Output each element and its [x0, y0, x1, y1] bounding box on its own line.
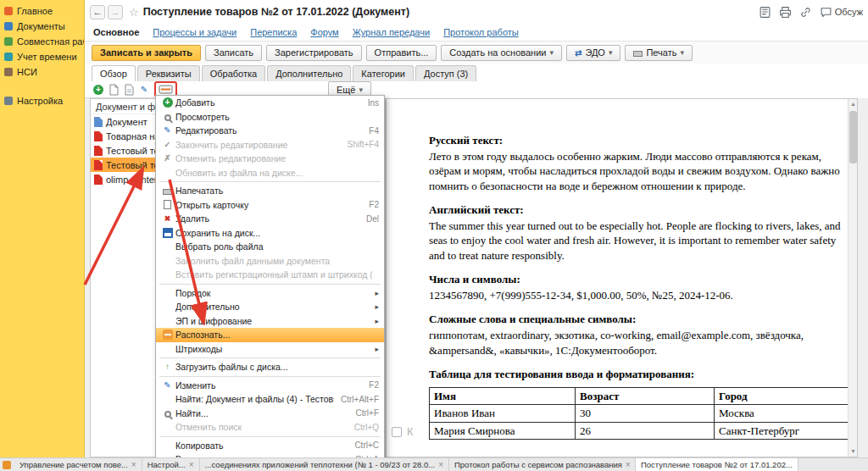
- menu-item-signature-encryption[interactable]: ЭП и шифрование: [156, 314, 384, 329]
- favorite-star-icon[interactable]: [129, 6, 139, 19]
- tab-processing[interactable]: Обработка: [202, 65, 265, 81]
- back-button[interactable]: [90, 5, 105, 19]
- close-icon[interactable]: [131, 460, 136, 469]
- menu-item-label: Заполнить файл данными документа: [175, 256, 372, 266]
- preview-heading: Числа и символы:: [429, 272, 854, 287]
- menu-item-delete[interactable]: УдалитьDel: [156, 212, 384, 226]
- create-based-on-button[interactable]: Создать на основании: [441, 45, 562, 61]
- close-icon[interactable]: [189, 460, 194, 469]
- menu-item-add[interactable]: ДобавитьIns: [156, 96, 384, 110]
- sidebar-item-time-tracking[interactable]: Учет времени: [0, 49, 84, 64]
- menu-separator: [159, 357, 381, 358]
- table-cell: Мария Смирнова: [430, 422, 576, 440]
- scrollbar-thumb[interactable]: [849, 111, 857, 163]
- menu-item-insert-stamp-barcode[interactable]: Вставить регистрационный штамп и штрихко…: [156, 268, 384, 282]
- file-item-label: Документ: [106, 117, 147, 127]
- new-file-button[interactable]: [108, 84, 119, 96]
- save-and-close-button[interactable]: Записать и закрыть: [92, 45, 201, 61]
- edo-button[interactable]: ЭДО: [566, 45, 620, 61]
- recognize-button[interactable]: [159, 84, 173, 95]
- menu-item-choose-file-role[interactable]: Выбрать роль файла: [156, 240, 384, 254]
- menu-item-cancel-editing[interactable]: Отменить редактирование: [156, 152, 384, 166]
- menu-item-print[interactable]: Напечатать: [156, 184, 384, 198]
- tab-access[interactable]: Доступ (3): [415, 65, 476, 81]
- menu-item-barcodes[interactable]: Штрихкоды: [156, 342, 384, 357]
- taskbar-tab-5-active[interactable]: Поступление товаров №2 от 17.01.202...: [636, 458, 798, 471]
- tab-overview[interactable]: Обзор: [92, 65, 136, 81]
- tab-correspondence[interactable]: Переписка: [250, 27, 297, 37]
- menu-item-edit[interactable]: РедактироватьF4: [156, 124, 384, 138]
- preview-scrollbar[interactable]: [848, 99, 857, 457]
- register-button[interactable]: Зарегистрировать: [266, 45, 362, 61]
- save-button[interactable]: Записать: [205, 45, 262, 61]
- pdf-file-icon: [94, 146, 103, 156]
- open-file-button[interactable]: [124, 84, 134, 96]
- menu-item-change[interactable]: ИзменитьF2: [156, 379, 384, 393]
- home-icon: [4, 7, 13, 15]
- menu-item-shortcut: Ctrl+C: [354, 441, 379, 450]
- scroll-down-icon[interactable]: [849, 446, 858, 457]
- sidebar-item-main[interactable]: Главное: [0, 3, 84, 19]
- collaboration-icon: [4, 37, 13, 46]
- tab-requisites[interactable]: Реквизиты: [137, 65, 200, 81]
- menu-item-copy[interactable]: КопироватьCtrl+C: [156, 439, 384, 453]
- menu-item-label: Найти: Документ и файлы (4) - Тестовый т…: [175, 394, 334, 404]
- close-icon[interactable]: [438, 460, 443, 469]
- forward-button[interactable]: [108, 5, 123, 19]
- sidebar-item-settings[interactable]: Настройка: [0, 93, 84, 108]
- edit-file-button[interactable]: [139, 85, 149, 95]
- table-header-cell: Имя: [430, 387, 576, 405]
- tab-transfer-journal[interactable]: Журнал передачи: [353, 27, 430, 37]
- preview-heading: Английский текст:: [429, 202, 854, 218]
- taskbar-tab-1[interactable]: Управление расчетом пове...: [14, 458, 142, 471]
- tab-categories[interactable]: Категории: [353, 65, 414, 81]
- menu-item-update-from-disk[interactable]: Обновить из файла на диске...: [156, 166, 384, 180]
- edit-icon: [163, 125, 173, 136]
- menu-item-save-to-disk[interactable]: Сохранить на диск...: [156, 226, 384, 241]
- print-button[interactable]: Печать: [625, 45, 693, 61]
- menu-item-shortcut: Ctrl+Alt+F: [341, 395, 379, 404]
- taskbar-tab-label: Настрой...: [147, 460, 186, 469]
- menu-item-finish-editing[interactable]: Закончить редактированиеShift+F4: [156, 138, 384, 152]
- menu-item-label: Распознать...: [175, 330, 372, 340]
- menu-item-label: Копировать: [175, 441, 348, 451]
- tab-main[interactable]: Основное: [93, 27, 139, 37]
- scroll-up-icon[interactable]: [849, 99, 858, 109]
- tab-work-protocol[interactable]: Протокол работы: [443, 27, 519, 37]
- menu-item-find[interactable]: Найти...Ctrl+F: [156, 407, 384, 421]
- sidebar-item-nsi[interactable]: НСИ: [0, 64, 84, 80]
- tab-forum[interactable]: Форум: [310, 27, 338, 37]
- menu-item-load-files-from-disk[interactable]: Загрузить файлы с диска...: [156, 360, 384, 374]
- discussion-button[interactable]: Обсуж: [820, 6, 863, 19]
- taskbar-tab-3[interactable]: ...соединениях приложений теплотехни (№ …: [200, 458, 449, 471]
- menu-separator: [159, 436, 381, 437]
- tab-additional[interactable]: Дополнительно: [267, 65, 351, 81]
- menu-item-open-card[interactable]: Открыть карточкуF2: [156, 198, 384, 213]
- menu-item-additional[interactable]: Дополнительно: [156, 300, 384, 314]
- taskbar-tab-label: Поступление товаров №2 от 17.01.202...: [641, 460, 793, 469]
- sidebar-item-documents[interactable]: Документы: [0, 19, 84, 34]
- tab-processes-tasks[interactable]: Процессы и задачи: [153, 27, 236, 37]
- menu-item-preview[interactable]: Просмотреть: [156, 110, 384, 125]
- sidebar-item-collaboration[interactable]: Совместная работа: [0, 34, 84, 49]
- taskbar-tab-2[interactable]: Настрой...: [142, 458, 200, 471]
- table-header-cell: Город: [715, 387, 854, 405]
- menu-item-recognize[interactable]: Распознать...: [156, 328, 384, 342]
- preview-paragraph: 1234567890, +7(999)555-12-34, $1,000.00,…: [429, 288, 854, 303]
- button-label: Записать и закрыть: [100, 47, 192, 58]
- print-icon[interactable]: [779, 6, 792, 19]
- close-icon[interactable]: [626, 460, 631, 469]
- menu-item-find-in-list[interactable]: Найти: Документ и файлы (4) - Тестовый т…: [156, 392, 384, 407]
- add-file-button[interactable]: [93, 85, 103, 95]
- link-icon[interactable]: [799, 6, 812, 19]
- send-button[interactable]: Отправить...: [366, 45, 437, 61]
- taskbar: Управление расчетом пове... Настрой... .…: [0, 457, 868, 471]
- taskbar-tab-4[interactable]: Протокол работы с сервисом распознавания: [449, 458, 636, 471]
- menu-item-order[interactable]: Порядок: [156, 286, 384, 301]
- document-preview: Русский текст: Лето в этом году выдалось…: [386, 98, 858, 457]
- print-icon: [163, 189, 172, 195]
- menu-item-fill-file-from-document[interactable]: Заполнить файл данными документа: [156, 254, 384, 269]
- journal-icon[interactable]: [759, 6, 771, 19]
- table-header-row: Имя Возраст Город: [430, 387, 854, 405]
- menu-item-cancel-search[interactable]: Отменить поискCtrl+Q: [156, 420, 384, 435]
